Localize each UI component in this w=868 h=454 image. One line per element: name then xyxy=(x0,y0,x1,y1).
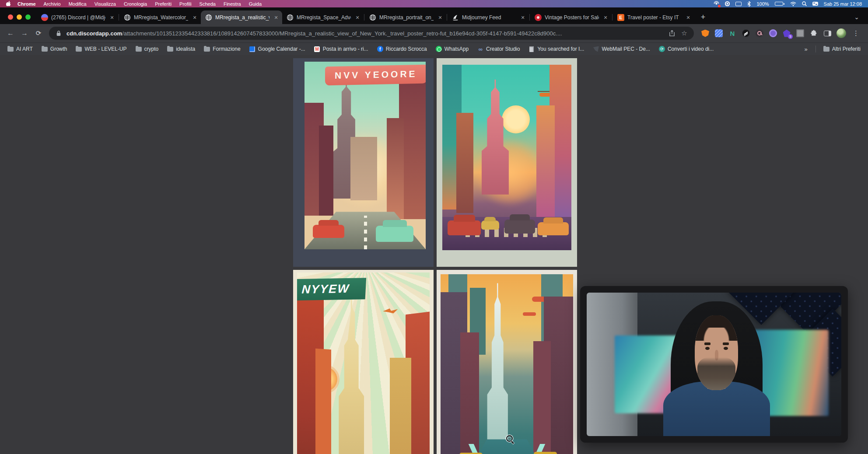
folder-icon xyxy=(42,47,48,52)
bookmark-converti-video[interactable]: ⟳Converti i video di... xyxy=(655,45,718,53)
tab-watercolor[interactable]: MRregista_Watercolor_Pa ✕ xyxy=(119,10,201,24)
tab-midjourney-feed[interactable]: Midjourney Feed ✕ xyxy=(448,10,529,24)
forward-button[interactable]: → xyxy=(18,27,31,39)
bookmark-creator-studio[interactable]: ∞Creator Studio xyxy=(473,45,524,53)
menu-item-chrome[interactable]: Chrome xyxy=(14,1,40,7)
bookmark-whatsapp[interactable]: WhatsApp xyxy=(432,45,472,53)
tab-close-icon[interactable]: ✕ xyxy=(191,14,198,21)
bookmark-you-searched[interactable]: You searched for I... xyxy=(525,45,588,53)
tab-discord[interactable]: (2765) Discord | @Midjou ✕ xyxy=(37,10,118,24)
purple-circle-extension-icon[interactable] xyxy=(769,29,777,38)
display-mirroring-icon[interactable] xyxy=(735,2,742,6)
spotlight-search-icon[interactable] xyxy=(802,1,807,6)
apple-menu-icon[interactable] xyxy=(6,1,12,7)
tab-close-icon[interactable]: ✕ xyxy=(273,14,280,21)
bookmark-formazione[interactable]: Formazione xyxy=(200,45,244,53)
tab-label: MRregista_portrait_on_a_ xyxy=(379,14,434,21)
red-car xyxy=(448,220,481,235)
google-calendar-icon xyxy=(249,46,255,52)
menu-item-visualizza[interactable]: Visualizza xyxy=(91,1,120,7)
discord-favicon xyxy=(41,14,48,21)
tab-label: MRregista_Space_Advent xyxy=(297,14,351,21)
bookmark-facebook-profile[interactable]: fRiccardo Scrocca xyxy=(373,45,431,53)
bookmark-label: Creator Studio xyxy=(486,46,520,52)
extensions-puzzle-icon[interactable] xyxy=(809,29,818,38)
screen-recording-icon[interactable] xyxy=(714,1,719,7)
presenter-face xyxy=(695,315,738,390)
tab-close-icon[interactable]: ✕ xyxy=(602,14,609,21)
bookmark-label: Converti i video di... xyxy=(668,46,714,52)
bookmark-label: AI ART xyxy=(16,46,33,52)
tab-separator xyxy=(612,14,612,21)
battery-icon[interactable] xyxy=(775,2,784,6)
side-panel-icon[interactable] xyxy=(823,29,832,38)
bookmark-growth[interactable]: Growth xyxy=(38,45,71,53)
tab-close-icon[interactable]: ✕ xyxy=(685,14,692,21)
bookmark-star-icon[interactable]: ☆ xyxy=(680,29,689,38)
etsy-favicon: E xyxy=(617,14,624,21)
tab-separator xyxy=(447,14,447,21)
folder-icon xyxy=(136,47,142,52)
bookmark-web-levelup[interactable]: WEB - LEVEL-UP xyxy=(72,45,130,53)
metamask-extension-icon[interactable] xyxy=(701,29,710,38)
profile-avatar[interactable] xyxy=(836,28,846,38)
webcam-video xyxy=(587,293,841,436)
tab-realistic-view-active[interactable]: MRregista_a_realistic_vie ✕ xyxy=(201,10,282,24)
gray-grid-extension-icon[interactable] xyxy=(796,29,805,38)
window-minimize-button[interactable] xyxy=(17,14,22,20)
bookmark-other-favorites[interactable]: Altri Preferiti xyxy=(819,45,864,53)
tab-strip: (2765) Discord | @Midjou ✕ MRregista_Wat… xyxy=(0,7,868,24)
bookmark-ai-art[interactable]: AI ART xyxy=(4,45,37,53)
tab-space-adventure[interactable]: MRregista_Space_Advent ✕ xyxy=(282,10,364,24)
new-tab-button[interactable]: + xyxy=(697,11,709,23)
browser-toolbar: ← → ⟳ cdn.discordapp.com/attachments/101… xyxy=(0,24,868,42)
extension-badge: 5 xyxy=(788,34,793,39)
window-close-button[interactable] xyxy=(8,14,13,20)
globe-favicon xyxy=(124,14,131,21)
tab-separator xyxy=(119,14,119,21)
bookmark-google-calendar[interactable]: Google Calendar -... xyxy=(245,45,309,53)
menu-item-profili[interactable]: Profili xyxy=(175,1,196,7)
wifi-icon[interactable] xyxy=(790,2,796,6)
menu-item-preferiti[interactable]: Preferiti xyxy=(151,1,175,7)
menu-item-modifica[interactable]: Modifica xyxy=(65,1,91,7)
control-center-icon[interactable] xyxy=(812,2,818,6)
share-icon[interactable] xyxy=(668,29,676,38)
tab-close-icon[interactable]: ✕ xyxy=(108,14,116,21)
tab-portrait[interactable]: MRregista_portrait_on_a_ ✕ xyxy=(365,10,446,24)
tab-etsy[interactable]: E Travel poster - Etsy IT ✕ xyxy=(613,10,694,24)
menu-item-archivio[interactable]: Archivio xyxy=(40,1,65,7)
menu-item-cronologia[interactable]: Cronologia xyxy=(120,1,151,7)
blue-stripes-extension-icon[interactable] xyxy=(714,29,723,38)
record-stop-icon[interactable] xyxy=(725,1,730,6)
purple-badge-extension-icon[interactable]: 5 xyxy=(782,29,791,38)
bookmarks-overflow-chevron[interactable]: » xyxy=(800,46,812,52)
window-zoom-button[interactable] xyxy=(25,14,31,20)
menu-item-finestra[interactable]: Finestra xyxy=(220,1,245,7)
reload-button[interactable]: ⟳ xyxy=(32,27,45,39)
chrome-menu-icon[interactable]: ⋮ xyxy=(851,29,861,37)
address-bar[interactable]: cdn.discordapp.com/attachments/101351233… xyxy=(49,27,694,40)
back-button[interactable]: ← xyxy=(4,27,17,39)
bluetooth-icon[interactable] xyxy=(747,1,751,7)
menu-bar-clock[interactable]: Sab 25 mar 12:08 xyxy=(824,1,862,7)
green-n-extension-icon[interactable]: N xyxy=(728,29,737,38)
midjourney-image-grid[interactable]: NVV YEOORE xyxy=(293,58,577,454)
password-key-extension-icon[interactable] xyxy=(755,29,764,38)
bookmark-crypto[interactable]: crypto xyxy=(132,45,163,53)
tab-label: MRregista_Watercolor_Pa xyxy=(134,14,188,21)
menu-item-guida[interactable]: Guida xyxy=(245,1,266,7)
bookmark-idealista[interactable]: idealista xyxy=(163,45,199,53)
macos-menu-bar: Chrome Archivio Modifica Visualizza Cron… xyxy=(0,0,868,7)
posters-favicon xyxy=(535,14,542,21)
tab-close-icon[interactable]: ✕ xyxy=(354,14,361,21)
folder-icon xyxy=(167,47,173,52)
tab-search-chevron-icon[interactable]: ⌄ xyxy=(848,14,865,21)
bookmark-gmail-inbox[interactable]: MPosta in arrivo - ri... xyxy=(310,45,372,53)
tab-vintage-posters[interactable]: Vintage Posters for Sale | ✕ xyxy=(530,10,612,24)
tab-close-icon[interactable]: ✕ xyxy=(519,14,526,21)
tab-close-icon[interactable]: ✕ xyxy=(437,14,444,21)
menu-item-scheda[interactable]: Scheda xyxy=(196,1,220,7)
bookmark-webmail-pec[interactable]: WebMail PEC - De... xyxy=(589,45,654,53)
dark-circle-extension-icon[interactable] xyxy=(742,29,750,38)
